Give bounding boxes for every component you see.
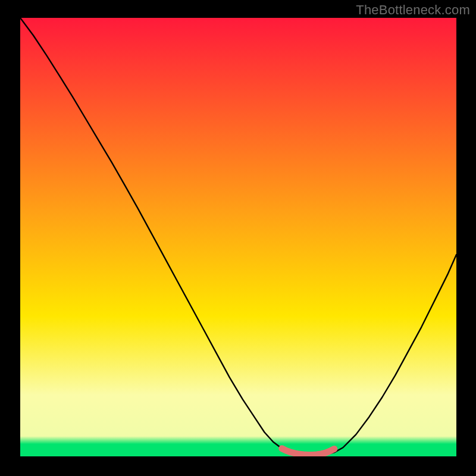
bottleneck-chart <box>20 18 456 456</box>
watermark-text: TheBottleneck.com <box>356 2 470 18</box>
chart-background <box>20 18 456 456</box>
